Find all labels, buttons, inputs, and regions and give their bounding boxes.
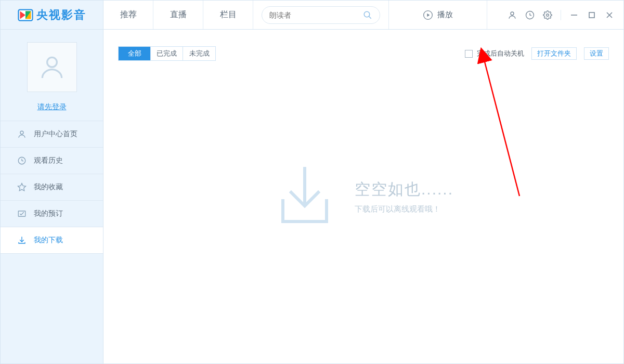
sidebar-item-label: 用户中心首页 — [34, 129, 77, 139]
toolbar: 全部 已完成 未完成 完成后自动关机 打开文件夹 设置 — [103, 30, 623, 65]
search-area — [253, 1, 388, 29]
empty-title: 空空如也...... — [355, 179, 453, 200]
auto-shutdown-label: 完成后自动关机 — [477, 49, 524, 58]
search-box[interactable] — [262, 6, 380, 24]
window-minimize-icon[interactable] — [569, 11, 579, 19]
main-content: 全部 已完成 未完成 完成后自动关机 打开文件夹 设置 — [103, 30, 623, 363]
svg-point-16 — [20, 131, 23, 134]
system-area — [487, 1, 623, 29]
login-link[interactable]: 请先登录 — [37, 102, 67, 112]
search-icon[interactable] — [363, 10, 372, 20]
toolbar-right: 完成后自动关机 打开文件夹 设置 — [465, 47, 609, 60]
settings-button[interactable]: 设置 — [584, 47, 609, 60]
sidebar-item-label: 我的下载 — [34, 236, 63, 245]
play-icon — [423, 10, 433, 20]
star-icon — [17, 183, 27, 192]
download-empty-icon — [274, 164, 336, 229]
check-box-icon — [17, 209, 27, 218]
sidebar-item-history[interactable]: 观看历史 — [1, 147, 103, 174]
settings-icon[interactable] — [543, 10, 552, 20]
profile-area: 请先登录 — [1, 30, 103, 121]
app-name: 央视影音 — [36, 7, 86, 23]
sidebar-item-reservation[interactable]: 我的预订 — [1, 200, 103, 227]
message-icon[interactable] — [525, 10, 535, 20]
user-icon — [17, 129, 27, 139]
user-icon[interactable] — [508, 10, 517, 20]
window-close-icon[interactable] — [605, 11, 614, 19]
sys-separator — [561, 10, 561, 20]
svg-line-5 — [369, 16, 371, 19]
top-nav: 推荐 直播 栏目 — [103, 1, 253, 29]
window-maximize-icon[interactable] — [587, 11, 596, 19]
app-logo-icon — [18, 7, 33, 23]
svg-point-4 — [364, 11, 370, 17]
empty-state: 空空如也...... 下载后可以离线观看哦！ — [274, 164, 453, 229]
svg-marker-18 — [18, 184, 26, 191]
sidebar-item-label: 我的预订 — [34, 209, 63, 218]
empty-text: 空空如也...... 下载后可以离线观看哦！ — [355, 179, 453, 214]
sidebar: 请先登录 用户中心首页 观看历史 我的收藏 我的预订 我的下载 — [1, 30, 103, 363]
nav-programs[interactable]: 栏目 — [203, 1, 253, 29]
play-button[interactable]: 播放 — [388, 1, 487, 29]
download-icon — [17, 236, 27, 245]
filter-tab-done[interactable]: 已完成 — [151, 47, 183, 60]
avatar-placeholder[interactable] — [27, 42, 77, 92]
svg-point-10 — [547, 14, 549, 16]
svg-line-22 — [484, 60, 519, 196]
empty-subtitle: 下载后可以离线观看哦！ — [355, 204, 453, 214]
filter-tab-undone[interactable]: 未完成 — [183, 47, 215, 60]
svg-point-8 — [511, 12, 514, 15]
play-label: 播放 — [437, 10, 453, 20]
filter-tab-all[interactable]: 全部 — [119, 47, 151, 60]
svg-marker-7 — [427, 13, 430, 17]
sidebar-item-favorites[interactable]: 我的收藏 — [1, 174, 103, 201]
svg-point-15 — [47, 57, 57, 67]
nav-live[interactable]: 直播 — [153, 1, 203, 29]
sidebar-item-user-center[interactable]: 用户中心首页 — [1, 121, 103, 148]
search-input[interactable] — [269, 11, 363, 19]
checkbox-icon — [465, 50, 473, 58]
history-icon — [17, 156, 27, 165]
filter-tabs: 全部 已完成 未完成 — [118, 46, 216, 61]
svg-rect-12 — [589, 12, 594, 18]
sidebar-item-downloads[interactable]: 我的下载 — [1, 227, 103, 254]
sidebar-items: 用户中心首页 观看历史 我的收藏 我的预订 我的下载 — [1, 121, 103, 254]
auto-shutdown-checkbox[interactable]: 完成后自动关机 — [465, 49, 524, 58]
titlebar: 央视影音 推荐 直播 栏目 播放 — [1, 1, 623, 30]
sidebar-item-label: 观看历史 — [34, 156, 63, 165]
nav-recommend[interactable]: 推荐 — [103, 1, 153, 29]
open-folder-button[interactable]: 打开文件夹 — [531, 47, 577, 60]
sidebar-item-label: 我的收藏 — [34, 183, 63, 192]
app-logo-area: 央视影音 — [1, 1, 103, 29]
